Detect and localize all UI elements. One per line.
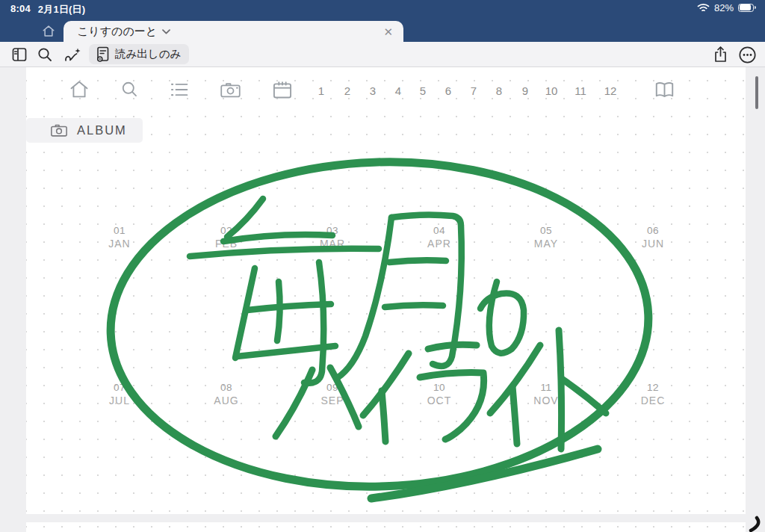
month-abbr: SEP bbox=[320, 395, 344, 406]
ellipsis-icon bbox=[738, 46, 757, 64]
month-abbr: FEB bbox=[215, 238, 238, 250]
month-abbr: MAY bbox=[534, 238, 558, 250]
month-abbr: OCT bbox=[427, 395, 452, 406]
month-number: 11 bbox=[533, 382, 558, 393]
annotation-text-line2: ハイライト bbox=[0, 67, 1, 68]
search-icon[interactable] bbox=[120, 80, 139, 102]
month-cell-apr[interactable]: 04 APR bbox=[427, 225, 451, 250]
month-abbr: APR bbox=[427, 238, 451, 250]
search-button[interactable] bbox=[34, 45, 55, 64]
close-tab-button[interactable]: ✕ bbox=[383, 26, 393, 37]
home-icon[interactable] bbox=[69, 79, 90, 102]
month-abbr: JAN bbox=[108, 238, 130, 250]
battery-icon bbox=[738, 4, 756, 13]
nav-number-11[interactable]: 11 bbox=[574, 84, 586, 97]
month-number: 12 bbox=[641, 382, 666, 393]
month-cell-may[interactable]: 05 MAY bbox=[534, 225, 558, 250]
readonly-badge[interactable]: 読み出しのみ bbox=[89, 44, 189, 64]
list-icon[interactable] bbox=[170, 81, 190, 101]
battery-percent: 82% bbox=[714, 2, 734, 13]
readonly-doc-icon bbox=[95, 46, 111, 63]
month-cell-jan[interactable]: 01 JAN bbox=[108, 225, 130, 250]
month-cell-feb[interactable]: 02 FEB bbox=[215, 225, 238, 250]
nav-number-12[interactable]: 12 bbox=[604, 84, 617, 97]
wifi-icon bbox=[697, 3, 710, 13]
share-icon bbox=[713, 46, 728, 64]
month-cell-mar[interactable]: 03 MAR bbox=[320, 225, 345, 250]
nav-number-10[interactable]: 10 bbox=[545, 84, 558, 97]
month-number: 01 bbox=[108, 225, 130, 236]
status-bar: 8:04 2月1日(日) 82% bbox=[0, 0, 765, 18]
album-label: ALBUM bbox=[77, 123, 127, 137]
album-tab[interactable]: ALBUM bbox=[26, 118, 143, 143]
home-icon bbox=[42, 25, 55, 37]
pen-mark bbox=[751, 518, 758, 531]
clock-time: 8:04 bbox=[10, 3, 31, 16]
scrollbar-thumb[interactable] bbox=[755, 76, 758, 109]
month-number: 07 bbox=[109, 382, 130, 393]
tab-bar: こりすののーと ✕ bbox=[0, 18, 765, 42]
nav-number-3[interactable]: 3 bbox=[370, 84, 376, 97]
share-button[interactable] bbox=[710, 45, 731, 64]
chevron-down-icon[interactable] bbox=[162, 29, 170, 34]
camera-icon[interactable] bbox=[220, 81, 241, 102]
nav-number-6[interactable]: 6 bbox=[445, 84, 451, 97]
notebook-canvas: 1 2 3 4 5 6 7 8 9 10 11 12 ALBUM 01 JAN … bbox=[0, 67, 765, 532]
month-number: 06 bbox=[642, 225, 664, 236]
month-abbr: JUN bbox=[642, 238, 664, 250]
month-abbr: JUL bbox=[109, 395, 130, 406]
month-cell-oct[interactable]: 10 OCT bbox=[427, 382, 452, 406]
month-number: 03 bbox=[320, 225, 345, 236]
month-cell-aug[interactable]: 08 AUG bbox=[214, 382, 238, 406]
nav-number-1[interactable]: 1 bbox=[318, 84, 324, 97]
tab-title[interactable]: こりすののーと bbox=[77, 25, 157, 39]
more-button[interactable] bbox=[737, 45, 758, 64]
month-abbr: AUG bbox=[214, 395, 238, 406]
book-icon[interactable] bbox=[653, 81, 676, 102]
month-abbr: DEC bbox=[641, 395, 666, 406]
month-cell-jul[interactable]: 07 JUL bbox=[109, 382, 130, 406]
calendar-icon[interactable] bbox=[272, 80, 293, 102]
home-button[interactable] bbox=[37, 22, 60, 40]
month-cell-jun[interactable]: 06 JUN bbox=[642, 225, 664, 250]
scroll-tool-icon bbox=[63, 45, 82, 64]
month-abbr: NOV bbox=[533, 395, 558, 406]
month-number: 08 bbox=[214, 382, 238, 393]
month-number: 09 bbox=[320, 382, 344, 393]
nav-number-7[interactable]: 7 bbox=[471, 84, 477, 97]
month-number: 10 bbox=[427, 382, 452, 393]
month-cell-sep[interactable]: 09 SEP bbox=[320, 382, 344, 406]
nav-number-5[interactable]: 5 bbox=[420, 84, 426, 97]
search-icon bbox=[37, 46, 53, 63]
camera-icon bbox=[50, 123, 68, 137]
scroll-tool-button[interactable] bbox=[62, 45, 83, 64]
clock-date: 2月1日(日) bbox=[38, 3, 86, 16]
next-page-sliver bbox=[26, 522, 746, 532]
toolbar: 読み出しのみ bbox=[0, 42, 765, 67]
readonly-label: 読み出しのみ bbox=[115, 47, 181, 61]
nav-number-2[interactable]: 2 bbox=[344, 84, 350, 97]
month-cell-nov[interactable]: 11 NOV bbox=[533, 382, 558, 406]
sidebar-icon bbox=[10, 46, 28, 64]
month-cell-dec[interactable]: 12 DEC bbox=[641, 382, 666, 406]
month-number: 02 bbox=[215, 225, 238, 236]
document-tab[interactable]: こりすののーと ✕ bbox=[64, 21, 403, 42]
nav-number-8[interactable]: 8 bbox=[496, 84, 502, 97]
sidebar-button[interactable] bbox=[9, 45, 30, 64]
month-number: 04 bbox=[427, 225, 451, 236]
annotation-text-line1: 毎月の bbox=[0, 67, 1, 68]
month-number: 05 bbox=[534, 225, 558, 236]
nav-number-9[interactable]: 9 bbox=[522, 84, 528, 97]
nav-number-4[interactable]: 4 bbox=[395, 84, 401, 97]
month-abbr: MAR bbox=[320, 238, 345, 250]
